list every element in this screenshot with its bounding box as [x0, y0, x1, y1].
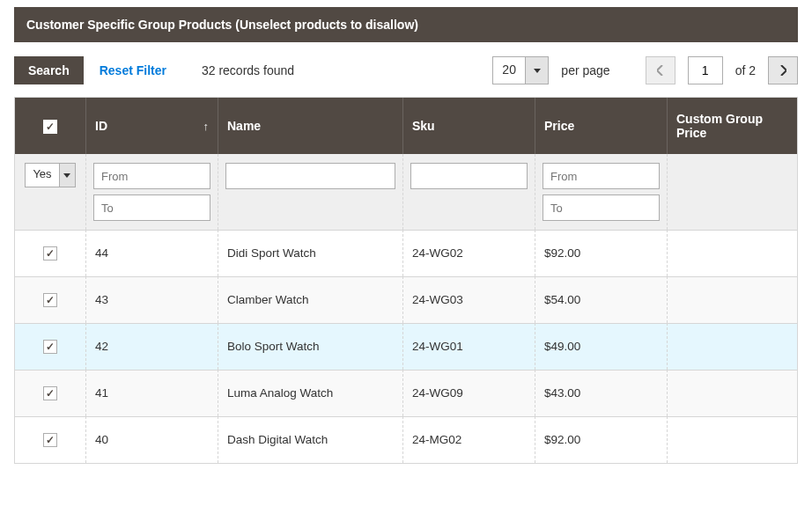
- header-price-label: Price: [544, 119, 574, 133]
- cell-sku: 24-WG09: [402, 370, 535, 416]
- cell-custom-group-price: [667, 323, 797, 370]
- cell-price: $54.00: [535, 276, 667, 323]
- header-sku[interactable]: Sku: [402, 98, 535, 154]
- next-page-button[interactable]: [768, 56, 798, 84]
- cell-id: 41: [85, 370, 218, 416]
- prev-page-button[interactable]: [646, 56, 675, 84]
- chevron-down-icon[interactable]: [525, 57, 548, 84]
- filter-checked-select[interactable]: Yes: [25, 163, 75, 187]
- header-name[interactable]: Name: [218, 98, 402, 154]
- select-all-checkbox[interactable]: [43, 120, 57, 134]
- cell-custom-group-price: [667, 276, 797, 323]
- header-price[interactable]: Price: [535, 98, 667, 154]
- grid-toolbar: Search Reset Filter 32 records found 20 …: [14, 42, 798, 97]
- table-row[interactable]: 41Luma Analog Watch24-WG09$43.00: [15, 370, 797, 416]
- table-row[interactable]: 42Bolo Sport Watch24-WG01$49.00: [15, 323, 797, 370]
- header-sku-label: Sku: [412, 119, 435, 133]
- row-checkbox[interactable]: [43, 293, 57, 307]
- cell-name: Dash Digital Watch: [218, 416, 402, 463]
- chevron-right-icon: [779, 65, 786, 76]
- page-of-label: of 2: [735, 63, 756, 77]
- cell-name: Bolo Sport Watch: [218, 323, 402, 370]
- filter-sku[interactable]: [410, 163, 528, 189]
- cell-price: $49.00: [535, 323, 667, 370]
- filter-price-to[interactable]: [543, 194, 660, 221]
- table-row[interactable]: 44Didi Sport Watch24-WG02$92.00: [15, 230, 797, 276]
- cell-sku: 24-WG02: [402, 230, 535, 276]
- chevron-down-icon[interactable]: [59, 164, 75, 187]
- filter-id-to[interactable]: [93, 194, 210, 221]
- records-found-label: 32 records found: [202, 63, 294, 77]
- cell-sku: 24-WG01: [402, 323, 535, 370]
- filter-price-from[interactable]: [543, 163, 660, 189]
- row-checkbox[interactable]: [43, 386, 57, 400]
- reset-filter-link[interactable]: Reset Filter: [100, 63, 166, 77]
- header-checkbox-cell: [15, 98, 85, 154]
- cell-id: 40: [85, 416, 218, 463]
- cell-custom-group-price: [667, 416, 797, 463]
- header-cgp-label: Custom Group Price: [676, 112, 763, 140]
- panel-title: Customer Specific Group Products (Unsele…: [14, 7, 798, 42]
- cell-name: Clamber Watch: [218, 276, 402, 323]
- per-page-value: 20: [493, 57, 525, 84]
- table-row[interactable]: 40Dash Digital Watch24-MG02$92.00: [15, 416, 797, 463]
- filter-row: Yes: [15, 154, 797, 230]
- cell-id: 43: [85, 276, 218, 323]
- header-custom-group-price[interactable]: Custom Group Price: [667, 98, 797, 154]
- per-page-label: per page: [561, 63, 609, 77]
- cell-custom-group-price: [667, 230, 797, 276]
- cell-id: 42: [85, 323, 218, 370]
- cell-sku: 24-WG03: [402, 276, 535, 323]
- filter-name[interactable]: [225, 163, 395, 189]
- table-row[interactable]: 43Clamber Watch24-WG03$54.00: [15, 276, 797, 323]
- header-name-label: Name: [227, 119, 261, 133]
- cell-sku: 24-MG02: [402, 416, 535, 463]
- cell-price: $43.00: [535, 370, 667, 416]
- chevron-left-icon: [657, 65, 664, 76]
- row-checkbox[interactable]: [43, 433, 57, 447]
- pager: 20 per page of 2: [492, 56, 798, 84]
- search-button[interactable]: Search: [14, 56, 84, 84]
- header-id-label: ID: [95, 119, 107, 133]
- filter-id-from[interactable]: [93, 163, 210, 189]
- filter-checked-value: Yes: [26, 164, 58, 187]
- row-checkbox[interactable]: [43, 246, 57, 260]
- cell-price: $92.00: [535, 230, 667, 276]
- row-checkbox[interactable]: [43, 340, 57, 354]
- cell-id: 44: [85, 230, 218, 276]
- cell-name: Didi Sport Watch: [218, 230, 402, 276]
- products-grid: ID ↑ Name Sku Price Custom Group Price Y…: [14, 97, 798, 464]
- cell-custom-group-price: [667, 370, 797, 416]
- sort-asc-icon: ↑: [203, 120, 210, 133]
- cell-name: Luma Analog Watch: [218, 370, 402, 416]
- header-row: ID ↑ Name Sku Price Custom Group Price: [15, 98, 797, 154]
- header-id[interactable]: ID ↑: [85, 98, 218, 154]
- page-number-input[interactable]: [688, 56, 723, 84]
- per-page-select[interactable]: 20: [492, 56, 549, 84]
- cell-price: $92.00: [535, 416, 667, 463]
